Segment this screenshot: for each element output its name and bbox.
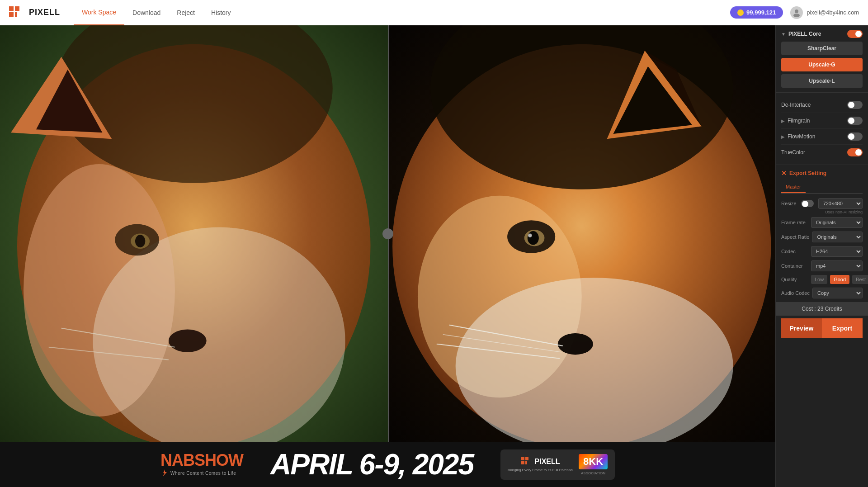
pixell-logo-icon (9, 6, 25, 19)
quality-label: Quality (781, 277, 808, 282)
codec-label: Codec (781, 249, 808, 254)
export-setting-section: ✕ Export Setting Master Resize 720×480 U… (776, 165, 868, 343)
fox-right-svg (388, 25, 776, 442)
svg-rect-3 (15, 12, 17, 17)
svg-rect-36 (521, 457, 524, 460)
upscale-g-button[interactable]: Upscale-G (781, 58, 863, 71)
cost-bar: Cost : 23 Credits (776, 302, 868, 316)
filmgrain-row: ▶ Filmgrain (781, 113, 863, 129)
nab-date: APRIL 6-9, 2025 (270, 448, 473, 481)
truecolor-row: TrueColor (781, 145, 863, 160)
deinterlace-toggle[interactable] (847, 101, 863, 109)
preview-button[interactable]: Preview (781, 318, 822, 338)
pixell-core-section: ▼ PIXELL Core SharpClear Upscale-G Upsca… (776, 25, 868, 93)
svg-rect-0 (9, 6, 14, 11)
resize-select[interactable]: 720×480 (818, 198, 863, 209)
nav-reject[interactable]: Reject (169, 0, 203, 25)
comparison-handle[interactable] (382, 228, 393, 239)
export-icon: ✕ (781, 170, 787, 177)
nab-pixell-badge: PIXELL Bringing Every Frame to its Full … (500, 449, 615, 480)
tab-master[interactable]: Master (781, 181, 806, 193)
svg-rect-39 (525, 461, 527, 464)
nav-download[interactable]: Download (124, 0, 169, 25)
audio-codec-row: Audio Codec Copy (781, 288, 863, 298)
right-panel: ▼ PIXELL Core SharpClear Upscale-G Upsca… (775, 25, 868, 487)
container-select[interactable]: mp4 (811, 260, 863, 271)
frame-rate-label: Frame rate (781, 220, 808, 225)
svg-point-27 (528, 234, 532, 237)
svg-point-26 (527, 231, 538, 245)
audio-codec-select[interactable]: Copy (812, 288, 863, 298)
quality-best-button[interactable]: Best (852, 275, 868, 284)
header-right: 99,999,121 pixell@4by4inc.com (730, 6, 859, 19)
deinterlace-label: De-Interlace (781, 102, 811, 108)
nab-sub: Where Content Comes to Life (170, 471, 236, 476)
svg-marker-35 (163, 469, 167, 477)
quality-good-button[interactable]: Good (830, 275, 849, 284)
svg-point-13 (135, 235, 145, 247)
svg-point-5 (793, 14, 800, 17)
header: PIXELL Work Space Download Reject Histor… (0, 0, 868, 25)
sharpclear-button[interactable]: SharpClear (781, 42, 863, 55)
fox-before (0, 25, 388, 442)
main-nav: Work Space Download Reject History (74, 0, 730, 25)
logo-text: PIXELL (29, 8, 60, 17)
chevron-down-icon: ▼ (781, 32, 786, 37)
credits-icon (737, 9, 744, 16)
model-buttons: SharpClear Upscale-G Upscale-L (781, 42, 863, 88)
fox-left-svg (0, 25, 388, 442)
codec-row: Codec H264 (781, 246, 863, 257)
user-area[interactable]: pixell@4by4inc.com (790, 6, 859, 19)
flowmotion-toggle[interactable] (847, 132, 863, 141)
nab-pixell-logo: PIXELL Bringing Every Frame to its Full … (508, 457, 573, 472)
truecolor-label: TrueColor (781, 149, 805, 156)
export-tab-bar: Master (781, 181, 863, 194)
bottom-banner: NABSHOW Where Content Comes to Life APRI… (0, 442, 775, 487)
filmgrain-toggle[interactable] (847, 117, 863, 125)
resize-label: Resize (781, 201, 797, 206)
frame-rate-select[interactable]: Originals (811, 217, 863, 228)
truecolor-toggle[interactable] (847, 148, 863, 156)
svg-point-14 (169, 330, 207, 352)
container-label: Container (781, 263, 808, 269)
svg-point-28 (557, 333, 593, 355)
svg-point-4 (795, 9, 798, 13)
pixell-badge-tagline: Bringing Every Frame to its Full Potenti… (508, 468, 573, 472)
pixell-badge-icon (521, 457, 532, 466)
pixell-core-title: ▼ PIXELL Core (781, 31, 821, 37)
frame-rate-row: Frame rate Originals (781, 217, 863, 228)
quality-buttons: Low Good Best (811, 275, 868, 284)
quality-low-button[interactable]: Low (811, 275, 827, 284)
codec-select[interactable]: H264 (811, 246, 863, 257)
upscale-l-button[interactable]: Upscale-L (781, 74, 863, 88)
pixell-core-header: ▼ PIXELL Core (781, 30, 863, 38)
pixell-badge-name: PIXELL (535, 458, 560, 466)
quality-row: Quality Low Good Best (781, 275, 863, 284)
resize-toggle[interactable] (801, 200, 814, 207)
aspect-ratio-label: Aspect Ratio (781, 234, 809, 240)
flowmotion-label: ▶ FlowMotion (781, 133, 815, 140)
8k-badge: 8KK (579, 454, 608, 469)
canvas-area: NABSHOW Where Content Comes to Life APRI… (0, 25, 775, 487)
filmgrain-label: ▶ Filmgrain (781, 118, 810, 124)
nav-history[interactable]: History (203, 0, 239, 25)
fox-comparison (0, 25, 775, 442)
features-section: De-Interlace ▶ Filmgrain ▶ FlowMotion (776, 93, 868, 165)
export-button[interactable]: Export (822, 318, 863, 338)
resize-row: Resize 720×480 (781, 198, 863, 209)
uses-non-ai-text: Uses non-AI resizing (781, 210, 863, 214)
pixell-core-toggle[interactable] (847, 30, 863, 38)
flowmotion-row: ▶ FlowMotion (781, 129, 863, 145)
container-row: Container mp4 (781, 260, 863, 271)
flowmotion-expand-icon: ▶ (781, 134, 785, 139)
credits-badge[interactable]: 99,999,121 (730, 6, 783, 19)
aspect-ratio-select[interactable]: Originals (812, 232, 863, 242)
deinterlace-row: De-Interlace (781, 97, 863, 113)
nab-logo: NABSHOW Where Content Comes to Life (160, 452, 243, 477)
nav-workspace[interactable]: Work Space (74, 0, 124, 25)
logo[interactable]: PIXELL (9, 6, 60, 19)
credits-amount: 99,999,121 (746, 9, 776, 16)
audio-codec-label: Audio Codec (781, 290, 810, 296)
svg-rect-38 (521, 461, 524, 464)
filmgrain-expand-icon: ▶ (781, 118, 785, 123)
